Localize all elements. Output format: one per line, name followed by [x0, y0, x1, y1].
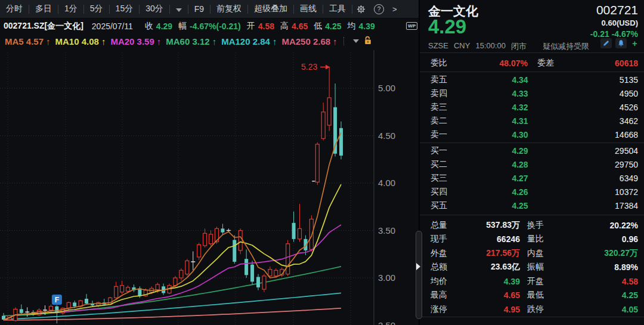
down-candle: [292, 223, 296, 239]
more-chevron-icon[interactable]: >: [392, 5, 397, 14]
up-candle: [274, 270, 278, 276]
toolbar-tab[interactable]: 1分: [58, 4, 83, 14]
divider-line: [420, 143, 644, 143]
bid-row[interactable]: 买二4.2829750: [420, 157, 644, 171]
ask-row[interactable]: 卖五4.345135: [420, 73, 644, 86]
stat-label: 最低: [520, 290, 564, 301]
stat-label: 换手: [520, 220, 564, 231]
up-candle: [268, 270, 272, 276]
ask-row[interactable]: 卖四4.334950: [420, 86, 644, 100]
toolbar-tab[interactable]: 工具: [323, 4, 352, 14]
quote-field-label: 开: [247, 21, 255, 32]
chart-panel: 5.23F5.004.504.003.503.002.50 分时多日1分5分15…: [0, 0, 419, 325]
toolbar-tab[interactable]: F9: [188, 4, 210, 14]
add-watchlist-icon[interactable]: +: [629, 38, 640, 48]
gear-icon[interactable]: [357, 5, 366, 14]
ma-indicator-row: MA5 4.57↑MA10 4.08↑MA20 3.59↑MA60 3.12↑M…: [0, 33, 419, 49]
ask-volume: 4950: [553, 89, 644, 98]
stat-value: 8.89%: [564, 262, 644, 272]
toolbar-tab[interactable]: 30分: [140, 4, 169, 14]
ma-indicator: MA10 4.08: [55, 36, 99, 47]
chart-toolbar: 分时多日1分5分15分30分F9前复权超级叠加画线工具?>: [0, 0, 419, 18]
quote-field-label: 均: [347, 21, 355, 32]
edit-icon[interactable]: [600, 38, 612, 48]
toolbar-tab[interactable]: 画线: [294, 4, 323, 14]
ask-volume: 14668: [553, 130, 644, 140]
price-axis-label: 4.50: [378, 131, 395, 141]
weibi-label: 委比: [420, 58, 487, 69]
high-annotation-label: 5.23: [301, 62, 317, 72]
ask-volume: 4526: [553, 103, 644, 112]
ma250-line: [4, 308, 341, 320]
price-axis-label: 3.00: [378, 273, 395, 283]
stat-label: 最高: [420, 290, 466, 301]
stats-row: 涨停4.95跌停4.05: [420, 302, 644, 317]
toolbar-tab[interactable]: 15分: [110, 4, 140, 14]
panel-collapse-arrow-icon[interactable]: [416, 263, 420, 270]
stats-grid: 总量537.83万换手20.22%现手66246量比0.96外盘217.56万内…: [420, 218, 644, 317]
toolbar-tab[interactable]: 5分: [84, 4, 109, 14]
divider-line: [420, 52, 644, 53]
panel-resize-handle[interactable]: [416, 231, 422, 319]
timeframe-dropdown[interactable]: [170, 4, 188, 14]
stats-row: 总量537.83万换手20.22%: [420, 218, 644, 233]
quote-field-value: 4.65: [292, 21, 308, 31]
bid-row[interactable]: 买四4.2610372: [420, 185, 644, 199]
up-candle: [185, 261, 189, 274]
ask-row[interactable]: 卖二4.313462: [420, 114, 644, 128]
stat-value: 20.22%: [564, 221, 644, 230]
down-candle: [221, 228, 224, 232]
ask-row[interactable]: 卖三4.324526: [420, 100, 644, 114]
up-candle: [114, 286, 118, 298]
toolbar-tab[interactable]: 多日: [29, 4, 58, 14]
quote-field-value: 4.39: [358, 21, 374, 31]
stat-value: 4.39: [466, 277, 520, 286]
bid-row[interactable]: 买五4.2517384: [420, 199, 644, 213]
toolbar-tab[interactable]: 前复权: [210, 4, 247, 14]
stat-label: 量比: [520, 234, 564, 244]
toolbar-tab[interactable]: 分时: [0, 4, 29, 14]
bid-price: 4.27: [487, 174, 553, 183]
risk-notice: 疑似减持受限: [543, 41, 589, 52]
quote-field-label: 幅: [178, 21, 187, 32]
divider-line: [420, 215, 644, 215]
stat-label: 内盘: [520, 248, 564, 259]
stat-value: 217.56万: [466, 248, 520, 259]
ask-row[interactable]: 卖一4.3014668: [420, 128, 644, 142]
up-candle: [179, 270, 183, 278]
quote-field-label: 低: [314, 21, 322, 32]
up-candle: [209, 234, 213, 244]
lock-icon[interactable]: [364, 36, 372, 47]
ask-price: 4.34: [487, 75, 553, 85]
market-status-row: SZSE CNY 15:00:00 闭市: [428, 41, 527, 52]
weibi-value: 48.07%: [487, 58, 528, 68]
down-candle: [85, 299, 88, 304]
collapse-indicator-icon[interactable]: [353, 39, 359, 43]
stat-value: 4.58: [564, 277, 644, 286]
stat-label: 均价: [420, 276, 466, 287]
up-candle: [120, 286, 124, 292]
stats-row: 均价4.39开盘4.58: [420, 274, 644, 289]
bid-row[interactable]: 买一4.2929504: [420, 144, 644, 157]
stat-label: 现手: [420, 234, 466, 244]
toolbar-tab[interactable]: 超级叠加: [248, 4, 293, 14]
up-candle: [203, 233, 207, 246]
ma-separator: [343, 37, 345, 45]
up-candle: [49, 307, 52, 310]
alert-bell-icon[interactable]: [615, 38, 627, 48]
help-icon[interactable]: ?: [374, 4, 384, 14]
down-candle: [20, 309, 23, 312]
bid-row[interactable]: 买三4.276349: [420, 171, 644, 185]
bid-label: 买五: [420, 200, 487, 211]
up-candle: [309, 219, 313, 249]
stat-value: 537.83万: [466, 220, 520, 231]
down-candle: [256, 277, 260, 287]
quote-fields: 收4.29幅-4.67%(-0.21)开4.58高4.65低4.25均4.39: [139, 21, 375, 32]
up-candle: [298, 228, 302, 239]
up-candle: [126, 287, 130, 291]
stat-label: 总量: [420, 220, 466, 231]
wp-window-icon[interactable]: WP: [406, 22, 417, 30]
symbol-label: 002721.SZ[金一文化]: [0, 21, 83, 32]
stat-label: 外盘: [420, 248, 466, 259]
stats-row: 现手66246量比0.96: [420, 233, 644, 247]
